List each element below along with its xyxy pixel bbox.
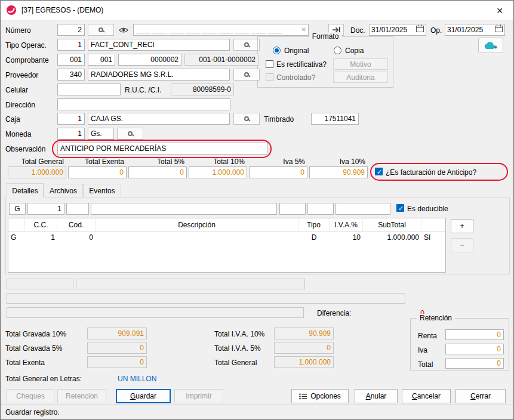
tab-eventos[interactable]: Eventos xyxy=(83,184,121,197)
add-row-button[interactable]: + xyxy=(451,219,473,233)
iva-10-field[interactable]: 90.909 xyxy=(309,166,368,178)
radio-original[interactable] xyxy=(273,47,281,54)
tab-archivos[interactable]: Archivos xyxy=(44,184,83,197)
radio-copia[interactable] xyxy=(334,47,341,54)
numero-documento-mask-field[interactable]: ____ ____ ____ ____ ____ ____ ____ ____ … xyxy=(133,24,309,36)
total-10-field[interactable]: 1.000.000 xyxy=(189,166,247,178)
table-row[interactable]: G 1 0 D 10 1.000.000 SI xyxy=(8,231,445,243)
moneda-name-input[interactable] xyxy=(88,128,114,140)
detalle-descripcion-input[interactable] xyxy=(91,203,277,215)
iva10-total-field: 90.909 xyxy=(274,328,334,339)
rectificativa-label: Es rectificativa? xyxy=(276,60,327,69)
table-header-cell[interactable] xyxy=(8,218,25,231)
general-total-label: Total General xyxy=(214,359,257,367)
opciones-label: Opciones xyxy=(310,392,341,400)
caja-code-input[interactable] xyxy=(57,113,85,125)
letras-value: UN MILLON xyxy=(118,375,156,383)
comprobante-2-input[interactable] xyxy=(88,54,115,66)
exenta-label: Total Exenta xyxy=(5,359,45,367)
status-bar: Guardar registro. xyxy=(1,404,513,419)
cheques-button[interactable]: Cheques xyxy=(7,389,54,403)
table-header-cell[interactable]: SubTotal xyxy=(363,218,421,231)
retencion-button[interactable]: Retencion xyxy=(57,389,106,403)
gravada10-field: 909.091 xyxy=(87,328,147,339)
tipo-operac-search-button[interactable] xyxy=(233,39,260,51)
close-button[interactable]: ✕ xyxy=(493,5,506,17)
ruc-field: 80098599-0 xyxy=(171,84,234,95)
calendar-icon[interactable] xyxy=(495,24,503,35)
table-header-cell[interactable]: C.C. xyxy=(25,218,57,231)
table-header-cell[interactable]: Descripción xyxy=(96,218,298,231)
iva5-total-field: 0 xyxy=(274,342,334,354)
iva-5-field[interactable]: 0 xyxy=(249,166,307,178)
detalle-footer-field-2 xyxy=(76,279,305,289)
remove-row-button[interactable]: − xyxy=(451,238,473,252)
caja-search-button[interactable] xyxy=(233,113,260,125)
cloud-add-button[interactable] xyxy=(478,38,503,53)
table-cell: D xyxy=(298,231,330,243)
detalle-cod-input[interactable] xyxy=(66,203,89,215)
guardar-button[interactable]: Guardar xyxy=(116,389,171,403)
caja-name-input[interactable] xyxy=(88,113,230,125)
total-5-header: Total 5% xyxy=(128,158,184,166)
detalle-iva-input[interactable] xyxy=(307,203,334,215)
direccion-input[interactable] xyxy=(57,98,230,110)
table-cell: 1.000.000 xyxy=(363,231,421,243)
checkbox-anticipo[interactable] xyxy=(375,168,383,175)
gravada5-label: Total Gravada 5% xyxy=(5,344,62,353)
opciones-button[interactable]: Opciones xyxy=(291,389,349,403)
cerrar-button[interactable]: Cerrar xyxy=(455,389,506,403)
search-icon xyxy=(128,131,133,136)
table-cell xyxy=(96,231,298,243)
checkbox-rectificativa[interactable] xyxy=(266,60,273,68)
calendar-icon[interactable] xyxy=(416,24,424,35)
comprobante-1-input[interactable] xyxy=(57,54,85,66)
proveedor-search-button[interactable] xyxy=(233,69,260,81)
detalle-tipo2-input[interactable] xyxy=(279,203,306,215)
numero-search-button[interactable] xyxy=(88,24,114,36)
retencion-iva-input[interactable] xyxy=(445,344,504,354)
detalle-tipo-input[interactable] xyxy=(9,203,26,215)
detalle-cc-input[interactable] xyxy=(27,203,64,215)
view-eye-icon[interactable] xyxy=(119,27,128,35)
ruc-label: R.U.C. /C.I. xyxy=(125,86,161,94)
numero-input[interactable] xyxy=(57,24,85,36)
table-header-cell[interactable]: Cod. xyxy=(57,218,96,231)
table-cell: 1 xyxy=(25,231,57,243)
tab-detalles-label: Detalles xyxy=(12,187,38,195)
comprobante-3-input[interactable] xyxy=(118,54,181,66)
detalle-footer-field-4 xyxy=(7,307,304,318)
checkbox-deducible[interactable] xyxy=(396,204,404,212)
detalle-subtotal-input[interactable] xyxy=(336,203,390,215)
moneda-code-input[interactable] xyxy=(57,128,85,140)
detalle-footer-field-1 xyxy=(7,279,73,289)
op-date-field[interactable]: 31/01/2025 xyxy=(445,24,505,36)
moneda-search-button[interactable] xyxy=(117,128,143,140)
proveedor-code-input[interactable] xyxy=(57,69,85,81)
cancelar-button[interactable]: Cancelar xyxy=(402,389,451,403)
celular-input[interactable] xyxy=(57,84,121,95)
table-header-cell[interactable] xyxy=(421,218,445,231)
renta-label: Renta xyxy=(418,332,437,340)
imprimir-button[interactable]: Imprimir xyxy=(174,389,223,403)
table-header-cell[interactable]: Tipo xyxy=(298,218,330,231)
table-header-cell[interactable]: I.V.A.% xyxy=(330,218,363,231)
anular-button[interactable]: Anular xyxy=(355,389,398,403)
auditoria-button[interactable]: Auditoria xyxy=(333,72,388,83)
diferencia-label: Diferencia: xyxy=(317,309,351,317)
total-exenta-field[interactable]: 0 xyxy=(68,166,127,178)
tab-detalles[interactable]: Detalles xyxy=(7,183,44,197)
observacion-input[interactable] xyxy=(57,143,267,155)
motivo-button[interactable]: Motivo xyxy=(333,58,388,70)
tipo-operac-name-input[interactable] xyxy=(88,39,230,51)
retencion-total-input[interactable] xyxy=(445,358,504,369)
clear-icon[interactable]: ✕ xyxy=(301,24,306,35)
numero-label: Número xyxy=(5,26,31,35)
proveedor-name-input[interactable] xyxy=(88,69,230,81)
total-5-field[interactable]: 0 xyxy=(128,166,187,178)
checkbox-controlado[interactable] xyxy=(266,73,273,81)
retencion-renta-input[interactable] xyxy=(445,329,504,340)
timbrado-input[interactable] xyxy=(311,113,359,125)
doc-date-field[interactable]: 31/01/2025 xyxy=(369,24,426,36)
tipo-operac-code-input[interactable] xyxy=(57,39,85,51)
